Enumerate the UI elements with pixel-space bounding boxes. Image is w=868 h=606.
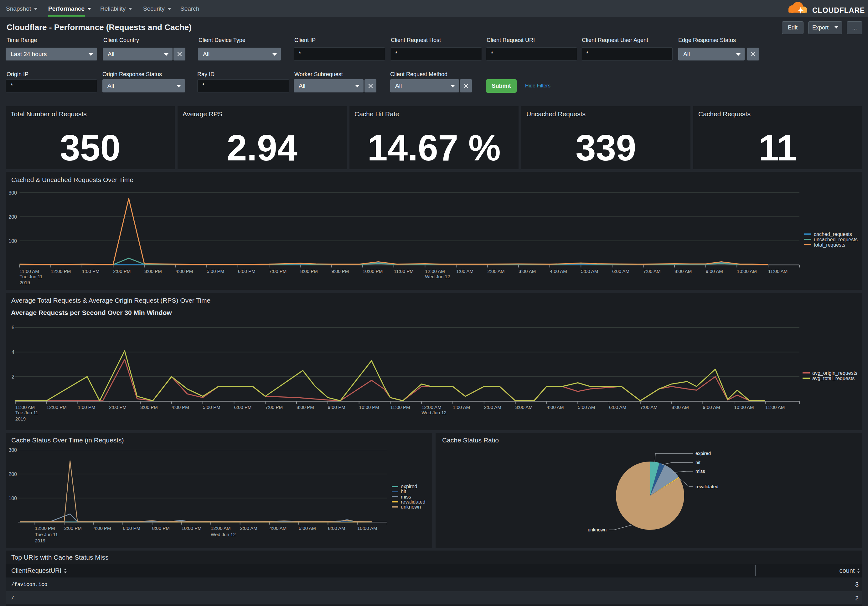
svg-text:7:00 PM: 7:00 PM <box>269 269 287 274</box>
svg-text:9:00 PM: 9:00 PM <box>328 404 346 410</box>
svg-text:8:00 AM: 8:00 AM <box>328 525 345 531</box>
svg-text:200: 200 <box>8 472 17 477</box>
svg-text:8:00 AM: 8:00 AM <box>672 404 689 410</box>
svg-text:6:00 PM: 6:00 PM <box>234 404 251 410</box>
svg-text:2:00 AM: 2:00 AM <box>484 404 501 410</box>
svg-text:12:00 AM: 12:00 AM <box>425 269 445 274</box>
svg-text:2019: 2019 <box>16 416 26 421</box>
svg-text:5:00 PM: 5:00 PM <box>207 269 224 274</box>
svg-text:7:00 AM: 7:00 AM <box>640 404 657 410</box>
svg-text:100: 100 <box>8 496 17 501</box>
svg-text:6:00 PM: 6:00 PM <box>238 269 256 274</box>
svg-text:uncached_requests: uncached_requests <box>814 237 858 242</box>
svg-text:300: 300 <box>8 448 17 453</box>
svg-text:11:00 PM: 11:00 PM <box>390 404 410 410</box>
svg-text:8:00 PM: 8:00 PM <box>296 404 314 410</box>
svg-text:Wed Jun 12: Wed Jun 12 <box>422 410 446 415</box>
svg-text:1:00 PM: 1:00 PM <box>82 269 99 274</box>
svg-text:hit: hit <box>696 460 701 465</box>
svg-text:unknown: unknown <box>401 504 421 510</box>
svg-text:CLOUDFLARE: CLOUDFLARE <box>812 6 865 14</box>
svg-text:2019: 2019 <box>35 538 45 543</box>
svg-text:2:00 PM: 2:00 PM <box>109 404 127 410</box>
svg-text:8:00 PM: 8:00 PM <box>300 269 318 274</box>
svg-text:9:00 PM: 9:00 PM <box>332 269 349 274</box>
svg-text:10:00 AM: 10:00 AM <box>737 269 756 274</box>
svg-text:1:00 PM: 1:00 PM <box>78 404 95 410</box>
svg-text:expired: expired <box>401 484 417 489</box>
svg-text:Tue Jun 11: Tue Jun 11 <box>35 532 57 537</box>
svg-text:10:00 AM: 10:00 AM <box>357 525 377 531</box>
svg-text:9:00 AM: 9:00 AM <box>706 269 723 274</box>
svg-text:2:00 AM: 2:00 AM <box>488 269 505 274</box>
svg-text:7:00 PM: 7:00 PM <box>265 404 283 410</box>
svg-text:8:00 AM: 8:00 AM <box>674 269 692 274</box>
svg-text:2019: 2019 <box>20 280 30 285</box>
svg-text:4:00 PM: 4:00 PM <box>172 404 189 410</box>
svg-text:4:00 AM: 4:00 AM <box>269 525 287 531</box>
svg-text:10:00 PM: 10:00 PM <box>181 525 202 531</box>
svg-text:10:00 PM: 10:00 PM <box>359 404 379 410</box>
svg-text:9:00 AM: 9:00 AM <box>703 404 720 410</box>
svg-text:3:00 AM: 3:00 AM <box>515 404 533 410</box>
svg-text:3:00 AM: 3:00 AM <box>519 269 536 274</box>
svg-text:hit: hit <box>401 489 406 494</box>
svg-text:11:00 PM: 11:00 PM <box>394 269 414 274</box>
svg-text:3:00 PM: 3:00 PM <box>144 269 162 274</box>
svg-text:2:00 PM: 2:00 PM <box>113 269 130 274</box>
svg-text:5:00 PM: 5:00 PM <box>203 404 220 410</box>
svg-text:12:00 PM: 12:00 PM <box>46 404 67 410</box>
svg-text:5:00 AM: 5:00 AM <box>581 269 598 274</box>
svg-text:2:00 PM: 2:00 PM <box>64 525 82 531</box>
svg-text:6: 6 <box>12 325 14 330</box>
svg-text:6:00 AM: 6:00 AM <box>609 404 626 410</box>
svg-text:4:00 AM: 4:00 AM <box>550 269 567 274</box>
svg-text:Tue Jun 11: Tue Jun 11 <box>16 410 38 415</box>
svg-text:expired: expired <box>696 451 711 456</box>
svg-text:100: 100 <box>8 238 17 244</box>
svg-text:4: 4 <box>12 350 14 355</box>
svg-text:10:00 PM: 10:00 PM <box>363 269 383 274</box>
svg-text:12:00 PM: 12:00 PM <box>35 525 55 531</box>
svg-text:6:00 AM: 6:00 AM <box>612 269 629 274</box>
svg-text:11:00 AM: 11:00 AM <box>20 269 39 274</box>
svg-text:avg_origin_requests: avg_origin_requests <box>812 370 857 376</box>
svg-text:200: 200 <box>8 214 17 220</box>
svg-text:Wed Jun 12: Wed Jun 12 <box>425 274 450 279</box>
svg-text:Wed Jun 12: Wed Jun 12 <box>211 532 236 537</box>
svg-text:miss: miss <box>696 468 705 474</box>
svg-text:4:00 AM: 4:00 AM <box>546 404 564 410</box>
svg-text:Tue Jun 11: Tue Jun 11 <box>20 274 43 279</box>
svg-text:1:00 AM: 1:00 AM <box>453 404 470 410</box>
svg-text:4:00 PM: 4:00 PM <box>94 525 111 531</box>
svg-text:avg_total_requests: avg_total_requests <box>812 376 854 381</box>
svg-text:4:00 PM: 4:00 PM <box>176 269 193 274</box>
svg-text:1:00 AM: 1:00 AM <box>456 269 473 274</box>
svg-text:12:00 PM: 12:00 PM <box>51 269 71 274</box>
svg-text:11:00 AM: 11:00 AM <box>765 404 785 410</box>
svg-text:300: 300 <box>8 190 17 196</box>
svg-text:5:00 AM: 5:00 AM <box>578 404 595 410</box>
svg-text:10:00 AM: 10:00 AM <box>734 404 754 410</box>
svg-text:3:00 PM: 3:00 PM <box>140 404 158 410</box>
svg-text:8:00 PM: 8:00 PM <box>152 525 170 531</box>
svg-text:unknown: unknown <box>588 527 606 532</box>
svg-text:revalidated: revalidated <box>696 484 718 489</box>
svg-text:11:00 AM: 11:00 AM <box>768 269 787 274</box>
svg-text:total_requests: total_requests <box>814 242 845 248</box>
svg-text:revalidated: revalidated <box>401 499 425 505</box>
svg-text:6:00 PM: 6:00 PM <box>123 525 140 531</box>
svg-text:2:00 AM: 2:00 AM <box>240 525 257 531</box>
svg-text:12:00 AM: 12:00 AM <box>422 404 441 410</box>
svg-text:miss: miss <box>401 494 411 499</box>
svg-text:11:00 AM: 11:00 AM <box>16 404 35 410</box>
svg-text:6:00 AM: 6:00 AM <box>299 525 316 531</box>
svg-text:2: 2 <box>12 374 14 379</box>
svg-text:7:00 AM: 7:00 AM <box>643 269 661 274</box>
svg-text:cached_requests: cached_requests <box>814 232 852 237</box>
svg-text:12:00 AM: 12:00 AM <box>211 525 231 531</box>
